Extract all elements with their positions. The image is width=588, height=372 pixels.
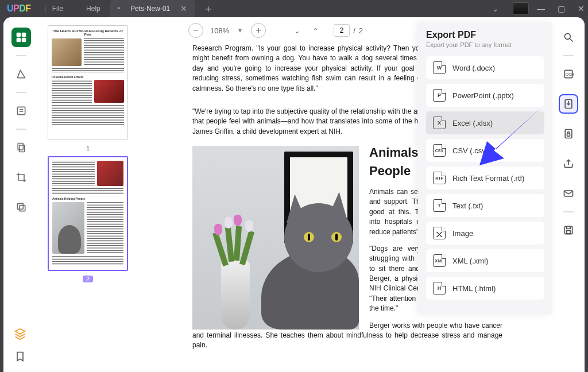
- document-tab[interactable]: • Pets-New-01 ✕: [110, 0, 196, 17]
- export-option-label: HTML (.html): [452, 284, 496, 293]
- export-option-label: Excel (.xlsx): [452, 119, 493, 127]
- svg-line-12: [570, 39, 573, 42]
- thumb1-page-number: 1: [86, 145, 90, 152]
- svg-text:OCR: OCR: [566, 72, 574, 76]
- cat-image: [192, 146, 359, 330]
- export-option-text[interactable]: TText (.txt): [426, 194, 544, 217]
- export-option-html[interactable]: HHTML (.html): [426, 277, 544, 300]
- rtf-icon: RTF: [433, 172, 446, 184]
- ocr-button[interactable]: OCR: [559, 64, 578, 84]
- left-tool-rail: [3, 17, 39, 372]
- svg-point-11: [564, 33, 570, 39]
- rail-divider: [16, 55, 26, 56]
- thumb2-page-number: 2: [83, 276, 93, 282]
- menu-file[interactable]: File: [52, 5, 63, 13]
- page-separator: /: [353, 26, 355, 35]
- zoom-out-button[interactable]: −: [188, 23, 203, 38]
- app-body: The Health and Mood-Boosting Benefits of…: [3, 17, 585, 372]
- app-logo: UPDF: [7, 3, 31, 14]
- zoom-dropdown-icon[interactable]: ▾: [238, 26, 242, 34]
- svg-rect-18: [567, 134, 570, 136]
- svg-rect-8: [20, 145, 25, 152]
- page-thumbnail-1[interactable]: The Health and Mood-Boosting Benefits of…: [48, 25, 128, 140]
- doc-para-1: Research Program. "Is your goal to incre…: [192, 44, 423, 100]
- thumbnails-panel-button[interactable]: [11, 28, 31, 47]
- svg-rect-22: [567, 231, 571, 234]
- text-icon: T: [433, 199, 446, 212]
- powerpoint-icon: P: [433, 89, 446, 102]
- save-button[interactable]: [559, 220, 578, 240]
- layers-stack-button[interactable]: [13, 326, 28, 341]
- close-window-button[interactable]: ✕: [578, 4, 585, 13]
- account-badge[interactable]: [513, 2, 529, 15]
- export-option-label: Word (.docx): [452, 64, 495, 72]
- export-subtitle: Export your PDF to any format: [426, 41, 544, 48]
- export-option-label: XML (.xml): [452, 257, 488, 265]
- svg-rect-3: [22, 38, 26, 42]
- export-option-excel[interactable]: XExcel (.xlsx): [426, 111, 544, 134]
- export-option-label: Rich Text Format (.rtf): [452, 174, 524, 183]
- export-option-xml[interactable]: XMLXML (.xml): [426, 249, 544, 272]
- menu-help[interactable]: Help: [86, 5, 100, 13]
- svg-rect-0: [17, 33, 21, 37]
- right-tool-rail: OCR: [552, 17, 585, 372]
- export-option-label: Image: [452, 229, 473, 238]
- thumb2-heading: Animals Helping People: [52, 197, 123, 200]
- tab-title: Pets-New-01: [130, 5, 170, 13]
- export-option-csv[interactable]: CSVCSV (.csv): [426, 139, 544, 162]
- maximize-button[interactable]: ▢: [558, 4, 565, 13]
- export-option-image[interactable]: Image: [426, 222, 544, 245]
- bookmark-ribbon-button[interactable]: [13, 349, 28, 364]
- total-pages: 2: [359, 26, 363, 35]
- export-option-word[interactable]: WWord (.docx): [426, 56, 544, 79]
- layers-button[interactable]: [11, 197, 31, 217]
- add-tab-button[interactable]: ＋: [203, 2, 214, 16]
- svg-rect-2: [17, 38, 21, 42]
- html-icon: H: [433, 282, 446, 294]
- thumb1-title: The Health and Mood-Boosting Benefits of…: [52, 29, 124, 36]
- zoom-value: 108%: [210, 26, 229, 35]
- export-option-label: PowerPoint (.pptx): [452, 91, 514, 100]
- excel-icon: X: [433, 117, 446, 129]
- export-title: Export PDF: [426, 30, 544, 40]
- thumbnail-panel: The Health and Mood-Boosting Benefits of…: [39, 17, 142, 372]
- current-page-input[interactable]: [334, 24, 350, 37]
- zoom-in-button[interactable]: +: [251, 23, 266, 38]
- export-option-label: Text (.txt): [452, 202, 483, 210]
- titlebar: UPDF | File Help • Pets-New-01 ✕ ＋ ⌄ — ▢…: [0, 0, 588, 17]
- export-option-rtf[interactable]: RTFRich Text Format (.rtf): [426, 166, 544, 189]
- prev-page-button[interactable]: ⌄: [291, 26, 303, 35]
- minimize-button[interactable]: —: [537, 4, 545, 13]
- protect-button[interactable]: [559, 124, 578, 144]
- export-panel: Export PDF Export your PDF to any format…: [418, 22, 552, 315]
- comments-button[interactable]: [11, 101, 31, 121]
- pages-button[interactable]: [11, 138, 31, 157]
- export-option-label: CSV (.csv): [452, 146, 488, 155]
- next-page-button[interactable]: ⌄: [310, 26, 321, 35]
- svg-rect-9: [17, 203, 23, 209]
- export-option-powerpoint[interactable]: PPowerPoint (.pptx): [426, 84, 544, 107]
- rail-divider: [16, 129, 26, 130]
- page-thumbnail-2[interactable]: Animals Helping People: [48, 156, 128, 271]
- export-pdf-button[interactable]: [559, 94, 578, 114]
- crop-button[interactable]: [11, 168, 31, 187]
- rail-divider: [16, 92, 26, 93]
- image-icon: [433, 227, 446, 239]
- rail-divider: [563, 211, 574, 212]
- xml-icon: XML: [433, 254, 446, 267]
- tab-modified-icon: •: [118, 5, 120, 13]
- svg-marker-23: [16, 329, 25, 334]
- svg-rect-10: [20, 206, 25, 211]
- search-button[interactable]: [559, 28, 578, 47]
- email-button[interactable]: [559, 184, 578, 203]
- thumb1-h2: Possible Health Effects: [52, 75, 124, 79]
- close-tab-icon[interactable]: ✕: [180, 4, 187, 13]
- share-button[interactable]: [559, 154, 578, 173]
- svg-rect-7: [18, 144, 23, 150]
- bookmarks-button[interactable]: [11, 64, 31, 84]
- svg-rect-1: [22, 33, 26, 37]
- word-icon: W: [433, 61, 446, 74]
- csv-icon: CSV: [433, 144, 446, 157]
- rail-divider: [563, 55, 574, 56]
- tabs-dropdown-icon[interactable]: ⌄: [492, 4, 499, 13]
